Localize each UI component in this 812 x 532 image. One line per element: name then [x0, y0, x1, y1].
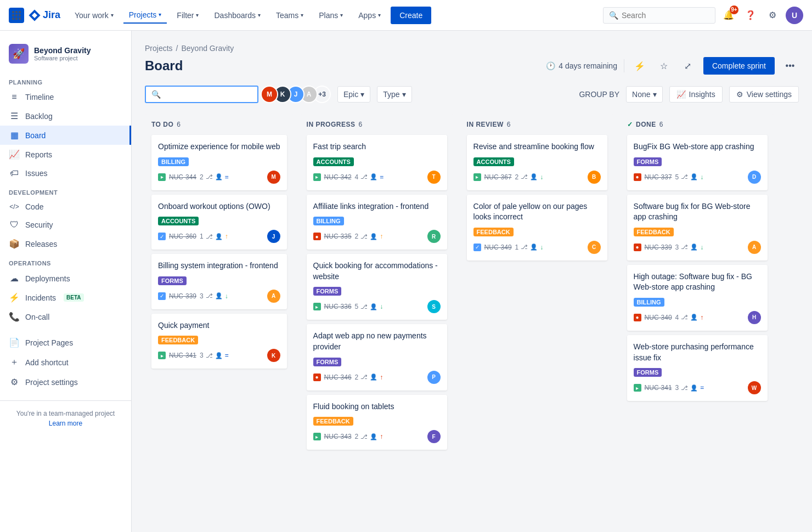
notifications-button[interactable]: 🔔 9+	[720, 7, 737, 24]
user-icon: 👤	[530, 173, 538, 180]
column-todo: TO DO 6 Optimize experience for mobile w…	[145, 114, 294, 461]
project-breadcrumb[interactable]: Beyond Gravity	[181, 44, 234, 53]
page-title: Board	[145, 58, 183, 73]
create-button[interactable]: Create	[391, 7, 431, 24]
avatar-filter-1[interactable]: M	[261, 86, 278, 103]
sidebar-item-add-shortcut[interactable]: ＋ Add shortcut	[0, 352, 131, 372]
settings-button[interactable]: ⚙	[764, 7, 781, 24]
fullscreen-button[interactable]: ⤢	[679, 57, 697, 75]
column-header: TO DO 6	[151, 121, 287, 128]
branch-icon: ⎇	[360, 233, 368, 240]
card[interactable]: Adapt web app no new payments provider F…	[307, 324, 447, 390]
sidebar-item-security[interactable]: 🛡 Security	[0, 216, 131, 234]
star-button[interactable]: ☆	[655, 57, 673, 75]
search-input[interactable]	[622, 11, 709, 20]
timer-info: 🕐 4 days remaining	[546, 61, 617, 70]
card[interactable]: Software bug fix for BG Web-store app cr…	[627, 195, 768, 261]
sidebar-item-deployments[interactable]: ☁ Deployments	[0, 269, 131, 288]
learn-more-link[interactable]: Learn more	[49, 420, 82, 427]
grid-menu-icon[interactable]	[9, 8, 24, 23]
card-footer: ● NUC-340 4 ⎇ 👤 ↑ H	[634, 311, 761, 324]
card-footer: ▸ NUC-341 3 ⎇ 👤 = K	[158, 349, 280, 362]
sidebar-item-project-settings[interactable]: ⚙ Project settings	[0, 372, 131, 392]
card[interactable]: High outage: Software bug fix - BG Web-s…	[627, 265, 768, 331]
lightning-button[interactable]: ⚡	[631, 57, 649, 75]
card-id: NUC-340	[645, 314, 672, 321]
card[interactable]: Quick booking for accommodations - websi…	[307, 254, 447, 320]
complete-sprint-button[interactable]: Complete sprint	[703, 57, 775, 75]
board-search-input[interactable]	[164, 90, 252, 99]
card[interactable]: Fluid booking on tablets FEEDBACK ▸ NUC-…	[307, 395, 447, 450]
card-tag: FEEDBACK	[313, 417, 353, 426]
jira-logo[interactable]: Jira	[29, 9, 60, 21]
apps-nav[interactable]: Apps ▾	[353, 8, 386, 23]
more-options-button[interactable]: •••	[781, 57, 799, 75]
breadcrumb: Projects / Beyond Gravity	[145, 44, 799, 53]
dashboards-nav[interactable]: Dashboards ▾	[208, 8, 266, 23]
group-by-label: GROUP BY	[579, 90, 619, 99]
incidents-beta-badge: BETA	[64, 293, 83, 302]
card[interactable]: Billing system integration - frontend FO…	[151, 254, 287, 309]
add-shortcut-label: Add shortcut	[25, 358, 69, 367]
card-tag: FORMS	[634, 157, 662, 166]
column-header: IN REVIEW 6	[467, 121, 607, 128]
card[interactable]: Revise and streamline booking flow ACCOU…	[467, 135, 607, 190]
card[interactable]: BugFix BG Web-store app crashing FORMS ●…	[627, 135, 768, 190]
card[interactable]: Color of pale yellow on our pages looks …	[467, 195, 607, 261]
card-id: NUC-336	[324, 303, 352, 310]
card[interactable]: Web-store purchasing performance issue f…	[627, 335, 768, 401]
projects-breadcrumb[interactable]: Projects	[145, 44, 173, 53]
sidebar-item-board[interactable]: ▦ Board	[0, 126, 131, 145]
card[interactable]: Affiliate links integration - frontend B…	[307, 195, 447, 250]
column-count: 6	[177, 121, 181, 128]
sidebar-item-releases[interactable]: 📦 Releases	[0, 234, 131, 253]
planning-section-label: PLANNING	[0, 72, 131, 88]
add-shortcut-icon: ＋	[9, 356, 20, 368]
user-avatar[interactable]: U	[786, 7, 803, 24]
sidebar-item-reports[interactable]: 📈 Reports	[0, 145, 131, 164]
board-search[interactable]: 🔍	[145, 86, 258, 103]
column-count: 6	[507, 121, 511, 128]
card-tag: FEEDBACK	[158, 336, 198, 344]
group-by-select[interactable]: None ▾	[626, 86, 662, 103]
plans-nav[interactable]: Plans ▾	[313, 8, 348, 23]
card-id: NUC-360	[169, 233, 196, 240]
card[interactable]: Optimize experience for mobile web BILLI…	[151, 135, 287, 190]
sidebar-item-code[interactable]: </> Code	[0, 198, 131, 216]
type-filter[interactable]: Type ▾	[377, 86, 411, 103]
card[interactable]: Fast trip search ACCOUNTS ▸ NUC-342 4 ⎇ …	[307, 135, 447, 190]
teams-nav[interactable]: Teams ▾	[270, 8, 309, 23]
card-title: Revise and streamline booking flow	[473, 142, 601, 152]
user-icon: 👤	[370, 303, 377, 310]
card-id: NUC-367	[484, 173, 512, 181]
sidebar-item-project-pages[interactable]: 📄 Project Pages	[0, 333, 131, 352]
view-settings-button[interactable]: ⚙ View settings	[729, 86, 799, 103]
card-tag: FORMS	[158, 276, 187, 285]
card-title: High outage: Software bug fix - BG Web-s…	[634, 271, 761, 293]
your-work-nav[interactable]: Your work ▾	[69, 8, 119, 23]
card-type-icon: ●	[313, 373, 321, 381]
filter-nav[interactable]: Filter ▾	[171, 8, 204, 23]
card-avatar: S	[427, 300, 441, 313]
card-id: NUC-341	[645, 384, 672, 392]
sidebar-item-timeline[interactable]: ≡ Timeline	[0, 88, 131, 106]
sidebar-item-issues[interactable]: 🏷 Issues	[0, 164, 131, 183]
card-title: Web-store purchasing performance issue f…	[634, 342, 761, 363]
insights-button[interactable]: 📈 Insights	[669, 86, 723, 103]
branch-icon: ⎇	[681, 314, 688, 321]
card-id: NUC-341	[169, 352, 196, 359]
sidebar-item-incidents[interactable]: ⚡ Incidents BETA	[0, 288, 131, 307]
card-meta: 5 ⎇ 👤 ↓	[355, 303, 424, 310]
sidebar-item-backlog[interactable]: ☰ Backlog	[0, 106, 131, 126]
epic-filter[interactable]: Epic ▾	[337, 86, 370, 103]
help-button[interactable]: ❓	[742, 7, 759, 24]
card[interactable]: Quick payment FEEDBACK ▸ NUC-341 3 ⎇ 👤 =…	[151, 314, 287, 369]
sidebar-item-oncall[interactable]: 📞 On-call	[0, 307, 131, 326]
card-meta: 3 ⎇ 👤 =	[675, 384, 745, 392]
projects-nav[interactable]: Projects ▾	[123, 7, 167, 24]
user-icon: 👤	[370, 173, 377, 180]
card-tag: BILLING	[158, 157, 189, 166]
card[interactable]: Onboard workout options (OWO) ACCOUNTS ✓…	[151, 195, 287, 250]
search-box[interactable]: 🔍	[603, 7, 715, 24]
card-meta: 3 ⎇ 👤 ↓	[675, 244, 745, 251]
